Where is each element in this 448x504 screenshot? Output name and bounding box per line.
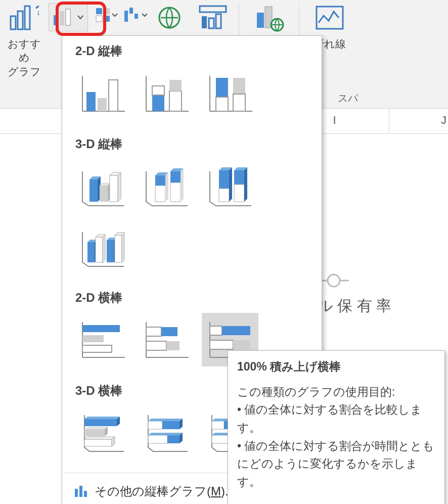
svg-point-24	[328, 274, 340, 287]
more-column-charts-label: その他の縦棒グラフ(M)...	[95, 483, 235, 499]
svg-rect-80	[167, 435, 180, 443]
svg-rect-10	[104, 16, 110, 22]
svg-rect-54	[96, 237, 103, 262]
3d-column-option[interactable]	[74, 220, 131, 273]
100pct-stacked-column-2d-option[interactable]	[202, 66, 258, 120]
svg-rect-8	[104, 8, 110, 14]
bar-chart-icon	[73, 484, 88, 499]
svg-rect-28	[98, 98, 107, 111]
recommended-charts-icon: ?	[8, 3, 40, 33]
svg-rect-87	[84, 491, 87, 497]
svg-rect-56	[115, 235, 122, 262]
svg-rect-67	[166, 341, 180, 350]
svg-rect-15	[200, 6, 226, 12]
svg-rect-27	[86, 92, 96, 111]
svg-rect-76	[84, 439, 112, 446]
svg-rect-65	[161, 327, 177, 336]
svg-rect-86	[79, 486, 82, 497]
svg-rect-55	[107, 240, 114, 262]
svg-rect-66	[146, 341, 166, 350]
clustered-bar-3d-option[interactable]	[74, 406, 131, 460]
svg-rect-16	[202, 16, 207, 28]
svg-rect-35	[169, 80, 182, 91]
svg-rect-11	[124, 11, 128, 22]
svg-rect-13	[135, 14, 138, 19]
svg-rect-77	[148, 421, 162, 429]
svg-rect-9	[96, 16, 102, 22]
svg-rect-43	[100, 186, 108, 202]
tooltip-title: 100% 積み上げ横棒	[237, 358, 435, 376]
svg-rect-33	[152, 86, 164, 95]
3d-map-icon	[253, 3, 285, 33]
svg-rect-32	[152, 95, 164, 111]
svg-rect-81	[212, 421, 224, 429]
svg-rect-71	[222, 326, 250, 335]
svg-rect-61	[82, 345, 112, 352]
svg-rect-64	[146, 327, 161, 336]
svg-rect-48	[170, 171, 181, 182]
svg-rect-75	[84, 429, 105, 436]
gallery-section-title: 3-D 縦棒	[62, 132, 322, 157]
chart-type-tooltip: 100% 積み上げ横棒 この種類のグラフの使用目的: • 値の全体に対する割合を…	[228, 350, 445, 504]
svg-rect-72	[210, 340, 233, 349]
tooltip-usecase-label: 使用ケース:	[237, 501, 435, 504]
chart-handle-icon[interactable]	[319, 265, 349, 296]
svg-rect-70	[210, 326, 222, 335]
svg-rect-78	[162, 421, 180, 429]
svg-rect-34	[169, 91, 182, 111]
line-chart-icon	[313, 3, 346, 33]
pivot-chart-icon	[197, 3, 229, 33]
svg-rect-18	[216, 14, 221, 28]
chevron-down-icon	[77, 14, 84, 21]
svg-rect-17	[209, 18, 214, 28]
svg-rect-60	[82, 335, 104, 342]
svg-rect-19	[257, 13, 264, 28]
svg-rect-73	[233, 340, 250, 349]
recommended-charts-button[interactable]: ? おすすめ グラフ	[0, 0, 49, 108]
column-header[interactable]: J	[389, 109, 448, 133]
svg-rect-7	[96, 8, 102, 14]
gallery-section-title: 2-D 縦棒	[62, 39, 322, 64]
svg-rect-12	[129, 8, 133, 14]
clustered-column-2d-option[interactable]	[74, 66, 131, 120]
svg-rect-2	[25, 6, 30, 29]
svg-rect-41	[233, 94, 245, 111]
chart-title-fragment: ル 保 有 率	[318, 296, 391, 316]
stacked-column-3d-option[interactable]	[138, 159, 195, 213]
chevron-down-icon	[142, 12, 148, 18]
svg-rect-85	[75, 489, 78, 497]
svg-rect-46	[155, 175, 165, 186]
svg-rect-52	[234, 185, 244, 202]
insert-waterfall-chart-button[interactable]	[123, 3, 148, 27]
tooltip-purpose-label: この種類のグラフの使用目的:	[237, 383, 435, 401]
gallery-section-title: 2-D 横棒	[62, 286, 322, 311]
svg-rect-74	[84, 419, 117, 426]
svg-rect-44	[110, 175, 118, 202]
clustered-column-3d-option[interactable]	[74, 159, 131, 213]
recommended-charts-label: おすすめ グラフ	[4, 37, 44, 78]
svg-rect-50	[219, 189, 229, 202]
svg-rect-53	[87, 242, 95, 262]
svg-rect-4	[54, 15, 58, 25]
svg-rect-42	[89, 179, 98, 202]
svg-rect-79	[148, 435, 167, 443]
stacked-column-2d-option[interactable]	[138, 66, 195, 120]
100pct-stacked-column-3d-option[interactable]	[202, 159, 258, 213]
globe-icon	[153, 3, 186, 33]
svg-rect-1	[18, 11, 23, 29]
tooltip-bullet: • 値の全体に対する割合が時間とともにどのように変化するかを示します。	[237, 437, 435, 491]
svg-rect-45	[155, 186, 165, 202]
stacked-bar-2d-option[interactable]	[138, 313, 195, 366]
svg-rect-47	[170, 182, 181, 202]
tooltip-bullet: • 値の全体に対する割合を比較します。	[237, 401, 435, 437]
stacked-bar-3d-option[interactable]	[138, 406, 195, 460]
clustered-bar-2d-option[interactable]	[74, 313, 131, 366]
svg-rect-6	[66, 9, 70, 25]
chevron-down-icon	[112, 12, 118, 18]
svg-rect-5	[60, 11, 64, 25]
svg-rect-29	[109, 80, 118, 111]
insert-hierarchy-chart-button[interactable]	[94, 3, 118, 27]
svg-rect-39	[216, 97, 228, 111]
insert-column-chart-button[interactable]	[49, 3, 88, 31]
svg-text:?: ?	[35, 4, 39, 18]
